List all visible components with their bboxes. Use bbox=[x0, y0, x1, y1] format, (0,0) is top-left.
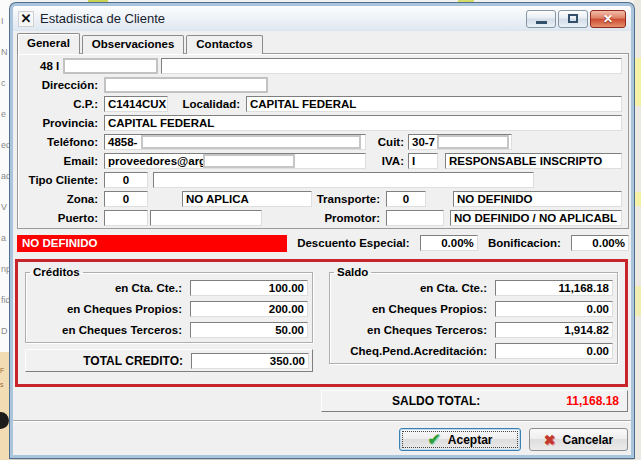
saldo-cheques-terceros-field[interactable]: 1,914.82 bbox=[495, 322, 613, 338]
email-field[interactable]: proveedores@arg bbox=[104, 153, 366, 169]
iva-label: IVA: bbox=[366, 155, 408, 167]
transporte-field[interactable]: 0 bbox=[386, 191, 426, 207]
promotor-desc-field[interactable]: NO DEFINIDO / NO APLICABL bbox=[450, 210, 622, 226]
tab-contactos[interactable]: Contactos bbox=[186, 35, 262, 54]
zona-desc-field[interactable]: NO APLICA bbox=[182, 191, 312, 207]
direccion-row: Dirección: bbox=[24, 77, 622, 93]
credit-cheques-propios-field[interactable]: 200.00 bbox=[190, 301, 308, 317]
tab-page-general: 48 I Dirección: C.P.: C1414CUX Localidad… bbox=[17, 53, 629, 229]
redaction-mask bbox=[141, 135, 361, 149]
email-iva-row: Email: proveedores@arg IVA: I RESPONSABL… bbox=[24, 153, 622, 169]
background-app-right-strip bbox=[634, 0, 641, 460]
provincia-field[interactable]: CAPITAL FEDERAL bbox=[104, 115, 622, 131]
total-credito-label: TOTAL CREDITO: bbox=[29, 354, 191, 368]
cp-localidad-row: C.P.: C1414CUX Localidad: CAPITAL FEDERA… bbox=[24, 96, 622, 112]
redaction-mask bbox=[63, 58, 158, 74]
total-credito-field[interactable]: 350.00 bbox=[191, 353, 309, 369]
tipo-cliente-desc-field[interactable] bbox=[153, 172, 534, 188]
dialog-content: General Observaciones Contactos 48 I Dir… bbox=[13, 31, 631, 455]
saldo-cheques-propios-field[interactable]: 0.00 bbox=[495, 301, 613, 317]
transporte-desc-field[interactable]: NO DEFINIDO bbox=[453, 191, 622, 207]
condition-banner: NO DEFINIDO bbox=[17, 235, 287, 252]
credit-balance-region: Créditos en Cta. Cte.: 100.00 en Cheques… bbox=[15, 259, 628, 387]
maximize-button[interactable] bbox=[558, 10, 588, 28]
divider bbox=[13, 420, 631, 422]
condition-row: NO DEFINIDO Descuento Especial: 0.00% Bo… bbox=[17, 234, 629, 252]
minimize-button[interactable] bbox=[526, 10, 556, 28]
saldo-total-label: SALDO TOTAL: bbox=[392, 394, 480, 408]
cancelar-button-label: Cancelar bbox=[563, 433, 614, 447]
saldo-row: en Cta. Cte.: 11,168.18 bbox=[334, 279, 613, 296]
cp-label: C.P.: bbox=[24, 98, 104, 110]
bonificacion-field[interactable]: 0.00% bbox=[571, 235, 629, 251]
credit-cta-cte-label: en Cta. Cte.: bbox=[30, 282, 190, 294]
puerto-promotor-row: Puerto: Promotor: NO DEFINIDO / NO APLIC… bbox=[24, 210, 622, 226]
saldo-column: Saldo en Cta. Cte.: 11,168.18 en Cheques… bbox=[329, 266, 618, 380]
saldo-group: Saldo en Cta. Cte.: 11,168.18 en Cheques… bbox=[329, 266, 618, 364]
saldo-total-bar: SALDO TOTAL: 11,168.18 bbox=[321, 390, 628, 412]
credit-row: en Cheques Propios: 200.00 bbox=[30, 300, 308, 317]
tab-observaciones[interactable]: Observaciones bbox=[82, 35, 184, 54]
credit-cheques-propios-label: en Cheques Propios: bbox=[30, 303, 190, 315]
saldo-cheq-pend-label: Cheq.Pend.Acreditación: bbox=[334, 345, 495, 357]
app-x-icon: ✕ bbox=[18, 11, 34, 27]
provincia-row: Provincia: CAPITAL FEDERAL bbox=[24, 115, 622, 131]
puerto-field[interactable] bbox=[104, 210, 148, 226]
saldo-total-value: 11,168.18 bbox=[566, 394, 619, 408]
creditos-group-title: Créditos bbox=[30, 266, 83, 278]
telefono-cuit-row: Teléfono: 4858- Cuit: 30-7 bbox=[24, 134, 622, 150]
saldo-row: en Cheques Terceros: 1,914.82 bbox=[334, 321, 613, 338]
cancelar-button[interactable]: ✖ Cancelar bbox=[529, 428, 628, 451]
titlebar[interactable]: ✕ Estadistica de Cliente ✕ bbox=[13, 6, 631, 31]
provincia-label: Provincia: bbox=[24, 117, 104, 129]
puerto-desc-field[interactable] bbox=[150, 210, 262, 226]
credit-row: en Cta. Cte.: 100.00 bbox=[30, 279, 308, 296]
tipo-cliente-row: Tipo Cliente: 0 bbox=[24, 172, 622, 188]
client-name-field[interactable] bbox=[161, 58, 622, 74]
total-credito-bar: TOTAL CREDITO: 350.00 bbox=[25, 349, 313, 372]
maximize-icon bbox=[568, 14, 578, 23]
saldo-cheques-terceros-label: en Cheques Terceros: bbox=[334, 324, 495, 336]
tipo-cliente-field[interactable]: 0 bbox=[104, 172, 148, 188]
saldo-cta-cte-label: en Cta. Cte.: bbox=[334, 282, 495, 294]
zona-field[interactable]: 0 bbox=[104, 191, 148, 207]
window-controls: ✕ bbox=[526, 10, 626, 28]
iva-code-field[interactable]: I bbox=[408, 153, 438, 169]
cuit-label: Cuit: bbox=[366, 136, 408, 148]
tab-general[interactable]: General bbox=[17, 33, 80, 54]
saldo-row: en Cheques Propios: 0.00 bbox=[334, 300, 613, 317]
credit-cheques-terceros-label: en Cheques Terceros: bbox=[30, 324, 190, 336]
cuit-field[interactable]: 30-7 bbox=[408, 134, 512, 150]
aceptar-button[interactable]: ✔ Aceptar bbox=[399, 428, 521, 451]
aceptar-button-label: Aceptar bbox=[448, 433, 493, 447]
localidad-field[interactable]: CAPITAL FEDERAL bbox=[246, 96, 622, 112]
window-title: Estadistica de Cliente bbox=[40, 11, 165, 26]
telefono-field[interactable]: 4858- bbox=[104, 134, 366, 150]
saldo-cta-cte-field[interactable]: 11,168.18 bbox=[495, 280, 613, 296]
creditos-group: Créditos en Cta. Cte.: 100.00 en Cheques… bbox=[25, 266, 313, 343]
estadistica-de-cliente-dialog: ✕ Estadistica de Cliente ✕ General Obser… bbox=[10, 3, 634, 458]
transporte-label: Transporte: bbox=[312, 193, 386, 205]
close-icon: ✕ bbox=[603, 12, 613, 26]
credit-row: en Cheques Terceros: 50.00 bbox=[30, 321, 308, 338]
redaction-mask bbox=[203, 154, 295, 168]
descuento-field[interactable]: 0.00% bbox=[420, 235, 478, 251]
close-button[interactable]: ✕ bbox=[590, 10, 626, 28]
credit-cta-cte-field[interactable]: 100.00 bbox=[190, 280, 308, 296]
localidad-label: Localidad: bbox=[168, 98, 246, 110]
saldo-cheq-pend-field[interactable]: 0.00 bbox=[495, 343, 613, 359]
promotor-field[interactable] bbox=[386, 210, 444, 226]
credit-cheques-terceros-field[interactable]: 50.00 bbox=[190, 322, 308, 338]
creditos-column: Créditos en Cta. Cte.: 100.00 en Cheques… bbox=[25, 266, 313, 380]
iva-desc-field[interactable]: RESPONSABLE INSCRIPTO bbox=[445, 153, 622, 169]
check-icon: ✔ bbox=[427, 433, 440, 447]
direccion-label: Dirección: bbox=[24, 79, 104, 91]
background-fragment bbox=[634, 192, 641, 206]
saldo-group-title: Saldo bbox=[334, 266, 371, 278]
cp-field[interactable]: C1414CUX bbox=[104, 96, 168, 112]
client-code: 48 I bbox=[40, 60, 59, 72]
redaction-mask bbox=[437, 135, 509, 149]
bonificacion-label: Bonificacion: bbox=[488, 237, 561, 249]
minimize-icon bbox=[536, 21, 547, 24]
descuento-label: Descuento Especial: bbox=[297, 237, 409, 249]
